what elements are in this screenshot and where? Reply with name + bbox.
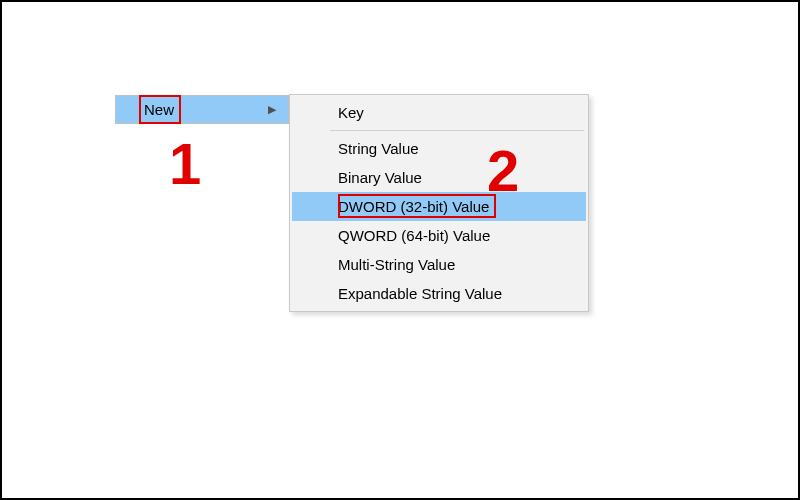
submenu-item-qword-value[interactable]: QWORD (64-bit) Value xyxy=(292,221,586,250)
chevron-right-icon: ▶︎ xyxy=(268,103,280,116)
submenu-item-label: DWORD (32-bit) Value xyxy=(338,198,489,215)
submenu-item-label: Multi-String Value xyxy=(338,256,455,273)
submenu-item-label: String Value xyxy=(338,140,419,157)
context-menu-new[interactable]: New ▶︎ xyxy=(115,95,289,124)
submenu-item-string-value[interactable]: String Value xyxy=(292,134,586,163)
annotation-number-2: 2 xyxy=(487,137,519,204)
context-menu-new-label: New xyxy=(144,101,268,118)
submenu-item-label: QWORD (64-bit) Value xyxy=(338,227,490,244)
submenu-item-binary-value[interactable]: Binary Value xyxy=(292,163,586,192)
submenu-item-multi-string-value[interactable]: Multi-String Value xyxy=(292,250,586,279)
submenu-item-label: Key xyxy=(338,104,364,121)
submenu-item-key[interactable]: Key xyxy=(292,98,586,127)
submenu-item-expandable-string-value[interactable]: Expandable String Value xyxy=(292,279,586,308)
submenu-item-label: Expandable String Value xyxy=(338,285,502,302)
submenu-item-dword-value[interactable]: DWORD (32-bit) Value xyxy=(292,192,586,221)
menu-separator xyxy=(330,130,584,131)
submenu-item-label: Binary Value xyxy=(338,169,422,186)
annotation-number-1: 1 xyxy=(169,130,201,197)
submenu-new: Key String Value Binary Value DWORD (32-… xyxy=(289,94,589,312)
